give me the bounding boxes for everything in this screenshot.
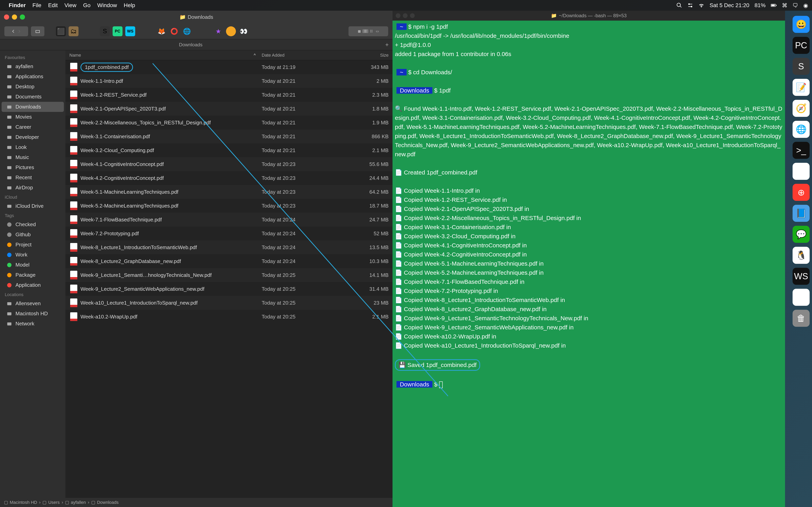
sidebar-item-documents[interactable]: Documents — [2, 92, 64, 102]
finder-tab[interactable]: Downloads — [0, 42, 382, 48]
file-row[interactable]: Week-9_Lecture1_Semanti…hnologyTechnical… — [65, 268, 393, 282]
menu-view[interactable]: View — [64, 2, 76, 8]
siri-icon[interactable]: ◉ — [803, 2, 808, 9]
toolbar-app-webstorm[interactable]: WS — [125, 26, 135, 36]
minimize-button[interactable] — [12, 14, 17, 19]
dock-app-sublime[interactable]: S — [793, 58, 810, 75]
file-row[interactable]: Week-3.1-Containerisation.pdfToday at 20… — [65, 129, 393, 144]
dock-app-trash[interactable]: 🗑 — [793, 310, 810, 327]
file-row[interactable]: Week-5.2-MachineLearningTechniques.pdfTo… — [65, 199, 393, 213]
file-row[interactable]: Week-1.1-Intro.pdfToday at 20:212 MB — [65, 74, 393, 88]
file-row[interactable]: 1pdf_combined.pdfToday at 21:19343 MB — [65, 60, 393, 74]
spotlight-icon[interactable] — [676, 2, 682, 8]
sidebar-item-developer[interactable]: Developer — [2, 132, 64, 142]
path-crumb[interactable]: ▢ Downloads — [91, 500, 118, 505]
dock-app-app1[interactable]: ⊕ — [793, 184, 810, 201]
sidebar-item-music[interactable]: Music — [2, 152, 64, 162]
dock-app-wechat[interactable]: 💬 — [793, 226, 810, 243]
close-button[interactable] — [396, 13, 400, 18]
menu-go[interactable]: Go — [83, 2, 90, 8]
menu-edit[interactable]: Edit — [48, 2, 58, 8]
toolbar-app-archive[interactable]: 🗂 — [68, 26, 79, 36]
control-center-icon[interactable] — [687, 2, 693, 8]
view-mode-buttons[interactable]: ▦☰☷▭ — [349, 26, 388, 36]
col-date[interactable]: Date Added — [262, 53, 349, 58]
zoom-button[interactable] — [20, 14, 25, 19]
file-row[interactable]: Week-2.1-OpenAPISpec_2020T3.pdfToday at … — [65, 102, 393, 116]
dock-app-itunes[interactable]: ▶ — [793, 163, 810, 180]
sidebar-item-github[interactable]: Github — [2, 230, 64, 240]
file-row[interactable]: Week-1.2-REST_Service.pdfToday at 20:212… — [65, 88, 393, 102]
enclosing-folder-button[interactable] — [31, 26, 44, 36]
sidebar-item-application[interactable]: Application — [2, 280, 64, 290]
clock[interactable]: Sat 5 Dec 21:20 — [710, 2, 749, 8]
dock-app-webstorm[interactable]: WS — [793, 268, 810, 285]
file-row[interactable]: Week-5.1-MachineLearningTechniques.pdfTo… — [65, 185, 393, 199]
col-name[interactable]: Name — [65, 53, 254, 58]
file-row[interactable]: Week-a10_Lecture1_IntroductionToSparql_n… — [65, 296, 393, 310]
path-crumb[interactable]: ▢ ayfallen — [65, 500, 86, 505]
file-row[interactable]: Week-2.2-Miscellaneous_Topics_in_RESTful… — [65, 116, 393, 129]
sidebar-item-package[interactable]: Package — [2, 270, 64, 280]
col-size[interactable]: Size — [349, 53, 389, 58]
menubar-app[interactable]: Finder — [9, 2, 26, 8]
dock-app-notes[interactable]: 📝 — [793, 79, 810, 96]
toolbar-app-terminal[interactable]: ⬛ — [56, 26, 66, 36]
toolbar-app-edge[interactable]: 🌐 — [182, 26, 192, 36]
file-row[interactable]: Week-7.1-FlowBasedTechnique.pdfToday at … — [65, 213, 393, 227]
toolbar-app-eyes[interactable]: 👀 — [239, 26, 249, 36]
dock-app-finder[interactable]: 😀 — [793, 16, 810, 33]
toolbar-app-pycharm[interactable]: PC — [113, 26, 122, 36]
dock-app-qq[interactable]: 🐧 — [793, 247, 810, 264]
file-row[interactable]: Week-8_Lecture2_GraphDatabase_new.pdfTod… — [65, 254, 393, 268]
terminal-body[interactable]: ~ $ npm i -g 1pdf/usr/local/bin/1pdf -> … — [393, 20, 785, 507]
finder-columns-header[interactable]: Name ^ Date Added Size — [65, 50, 393, 60]
sidebar-item-network[interactable]: Network — [2, 319, 64, 329]
file-row[interactable]: Week-7.2-Prototyping.pdfToday at 20:2452… — [65, 227, 393, 240]
file-row[interactable]: Week-4.1-CognitiveIntroConcept.pdfToday … — [65, 157, 393, 171]
toolbar-app-coin[interactable] — [226, 26, 236, 36]
sidebar-item-checked[interactable]: Checked — [2, 219, 64, 230]
menu-window[interactable]: Window — [97, 2, 117, 8]
finder-path-bar[interactable]: ▢ Macintosh HD›▢ Users›▢ ayfallen›▢ Down… — [0, 498, 393, 507]
sidebar-item-downloads[interactable]: Downloads — [2, 102, 64, 112]
sidebar-item-ayfallen[interactable]: ayfallen — [2, 61, 64, 71]
menu-extra-2[interactable]: 🗨 — [793, 2, 798, 9]
file-row[interactable]: Week-3.2-Cloud_Computing.pdfToday at 20:… — [65, 144, 393, 157]
back-forward-buttons[interactable] — [4, 26, 28, 36]
file-row[interactable]: Week-a10.2-WrapUp.pdfToday at 20:252.1 M… — [65, 310, 393, 324]
sidebar-item-career[interactable]: Career — [2, 122, 64, 132]
sidebar-item-model[interactable]: Model — [2, 260, 64, 270]
path-crumb[interactable]: ▢ Macintosh HD — [4, 500, 37, 505]
file-row[interactable]: Week-8_Lecture1_IntroductionToSemanticWe… — [65, 240, 393, 254]
toolbar-app-firefox[interactable]: 🦊 — [157, 26, 166, 36]
dock-app-chrome[interactable]: 🌐 — [793, 121, 810, 138]
zoom-button[interactable] — [410, 13, 415, 18]
sidebar-item-project[interactable]: Project — [2, 240, 64, 250]
toolbar-app-sublime[interactable]: S — [100, 26, 110, 36]
path-crumb[interactable]: ▢ Users — [42, 500, 59, 505]
close-button[interactable] — [4, 14, 9, 19]
dock-app-dictionary[interactable]: 📘 — [793, 205, 810, 222]
sidebar-item-macintosh-hd[interactable]: Macintosh HD — [2, 308, 64, 319]
toolbar-app-imovie[interactable]: ★ — [213, 26, 223, 36]
dock-app-preview[interactable]: 🖼 — [793, 289, 810, 306]
sidebar-item-icloud-drive[interactable]: iCloud Drive — [2, 201, 64, 211]
wifi-icon[interactable] — [698, 2, 704, 8]
toolbar-app-opera[interactable]: ⭕ — [169, 26, 179, 36]
file-row[interactable]: Week-9_Lecture2_SemanticWebApplications_… — [65, 282, 393, 296]
sidebar-item-movies[interactable]: Movies — [2, 112, 64, 122]
sidebar-item-recent[interactable]: Recent — [2, 172, 64, 183]
sidebar-item-work[interactable]: Work — [2, 250, 64, 260]
menu-file[interactable]: File — [33, 2, 41, 8]
dock-app-terminal[interactable]: >_ — [793, 142, 810, 159]
sidebar-item-airdrop[interactable]: AirDrop — [2, 183, 64, 193]
sidebar-item-allenseven[interactable]: Allenseven — [2, 298, 64, 308]
menu-help[interactable]: Help — [124, 2, 135, 8]
minimize-button[interactable] — [403, 13, 408, 18]
sidebar-item-pictures[interactable]: Pictures — [2, 162, 64, 172]
file-row[interactable]: Week-4.2-CognitiveIntroConcept.pdfToday … — [65, 171, 393, 185]
dock-app-safari[interactable]: 🧭 — [793, 100, 810, 117]
dock-app-pycharm[interactable]: PC — [793, 37, 810, 54]
sidebar-item-look[interactable]: Look — [2, 142, 64, 152]
